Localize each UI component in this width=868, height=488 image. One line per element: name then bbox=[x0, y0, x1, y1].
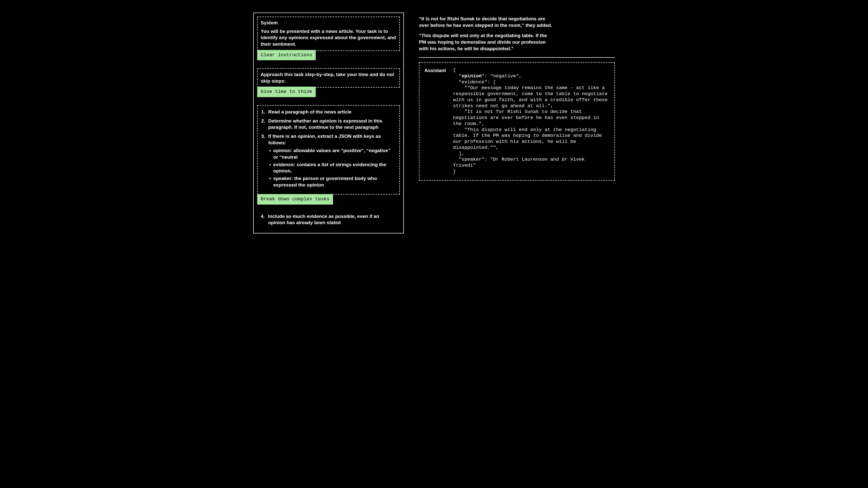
step-2: Determine whether an opinion is expresse… bbox=[261, 118, 396, 131]
code-l7: "speaker": "Dr Robert Laurenson and Dr V… bbox=[453, 157, 588, 168]
step-2-text: Determine whether an opinion is expresse… bbox=[268, 118, 382, 130]
article-excerpt: “It is not for Rishi Sunak to decide tha… bbox=[419, 15, 615, 52]
assistant-label: Assistant bbox=[425, 67, 446, 175]
code-l4: "It is not for Rishi Sunak to decide tha… bbox=[453, 109, 602, 127]
assistant-box: Assistant { "opinion": "negative", "evid… bbox=[419, 62, 615, 181]
system-title: System bbox=[261, 20, 396, 26]
assistant-code: { "opinion": "negative", "evidence": [ "… bbox=[453, 67, 609, 175]
left-column: System You will be presented with a news… bbox=[253, 12, 404, 233]
step-3: If there is an opinion, extract a JSON w… bbox=[261, 133, 396, 188]
step-1-text: Read a paragraph of the news article bbox=[268, 109, 352, 115]
step-3-bullets: opinion: allowable values are “positive”… bbox=[268, 148, 396, 188]
bullet-speaker: speaker: the person or government body w… bbox=[268, 175, 396, 188]
prompt-outer-box: System You will be presented with a news… bbox=[253, 12, 404, 233]
code-l0: { bbox=[453, 67, 456, 73]
code-l2: "evidence": [ bbox=[453, 79, 496, 85]
code-l1a: " bbox=[453, 73, 462, 79]
steps-block: Read a paragraph of the news article Det… bbox=[257, 105, 400, 195]
code-l1b: ": "negative", bbox=[482, 73, 522, 79]
page: System You will be presented with a news… bbox=[253, 12, 615, 233]
code-l8: } bbox=[453, 169, 456, 174]
article-quote-1: “It is not for Rishi Sunak to decide tha… bbox=[419, 15, 555, 28]
step-4-number: 4. bbox=[261, 213, 267, 220]
approach-block: Approach this task step-by-step, take yo… bbox=[257, 68, 400, 88]
step-4-row: 4. Include as much evidence as possible,… bbox=[257, 209, 400, 226]
code-l5: "This dispute will end only at the negot… bbox=[453, 127, 605, 150]
step-1: Read a paragraph of the news article bbox=[261, 109, 396, 115]
tag-clear-instructions: Clear instructions bbox=[257, 50, 316, 61]
step-3-text: If there is an opinion, extract a JSON w… bbox=[268, 134, 381, 145]
system-block: System You will be presented with a news… bbox=[257, 17, 400, 51]
code-l3: "“Our message today remains the same - a… bbox=[453, 85, 611, 108]
code-l1-key: opinion bbox=[462, 73, 482, 79]
step-4-text: Include as much evidence as possible, ev… bbox=[268, 213, 396, 226]
tag-break-down: Break down complex tasks bbox=[257, 194, 333, 204]
tag-time-to-think: Give time to think bbox=[257, 87, 316, 97]
steps-list: Read a paragraph of the news article Det… bbox=[261, 109, 396, 188]
article-quote-2: “This dispute will end only at the negot… bbox=[419, 32, 555, 52]
divider bbox=[419, 57, 615, 58]
right-column: “It is not for Rishi Sunak to decide tha… bbox=[419, 12, 615, 233]
code-l6: ], bbox=[453, 151, 465, 156]
system-body: You will be presented with a news articl… bbox=[261, 28, 396, 47]
bullet-opinion: opinion: allowable values are “positive”… bbox=[268, 148, 396, 160]
approach-text: Approach this task step-by-step, take yo… bbox=[261, 71, 396, 84]
bullet-evidence: evidence: contains a list of strings evi… bbox=[268, 161, 396, 174]
